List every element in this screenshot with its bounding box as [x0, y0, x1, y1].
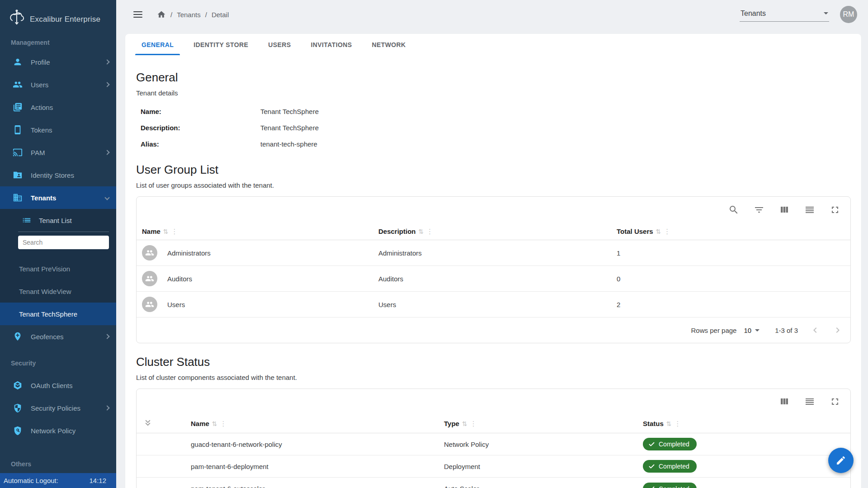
tab-identity-store[interactable]: IDENTITY STORE: [184, 34, 258, 55]
logout-timer: 14:12: [89, 477, 106, 484]
user-group-list-title: User Group List: [136, 163, 851, 177]
chevron-right-icon: [104, 82, 109, 87]
sidebar-item-tokens[interactable]: Tokens: [0, 118, 116, 141]
sidebar-item-network-policy[interactable]: Network Policy: [0, 419, 116, 442]
field-alias: Alias: tenant-tech-sphere: [136, 136, 851, 152]
column-menu-icon[interactable]: ⋮: [470, 420, 477, 428]
expand-all-icon[interactable]: [143, 418, 153, 429]
home-icon[interactable]: [157, 10, 166, 19]
chevron-down-icon: [104, 195, 109, 200]
app-logo: Excalibur Enterprise: [0, 0, 116, 39]
tenant-search-input[interactable]: [18, 236, 109, 249]
sort-icon[interactable]: ⇅: [212, 420, 217, 427]
context-select[interactable]: Tenants: [740, 8, 829, 22]
sort-icon[interactable]: ⇅: [419, 228, 424, 235]
section-header-others: Others: [0, 460, 116, 468]
fullscreen-icon[interactable]: [830, 204, 840, 215]
sidebar-item-profile[interactable]: Profile: [0, 51, 116, 73]
table-row[interactable]: pam-tenant-6-autoscaler Auto Scaler Comp…: [137, 478, 850, 488]
column-menu-icon[interactable]: ⋮: [220, 420, 227, 428]
automatic-logout-bar: Automatic Logout: 14:12: [0, 473, 116, 488]
sort-icon[interactable]: ⇅: [656, 228, 661, 235]
screen-share-icon: [13, 147, 23, 157]
geofence-pin-icon: [13, 332, 23, 341]
tenant-item-wideview[interactable]: Tenant WideView: [0, 280, 116, 303]
people-icon: [13, 80, 23, 90]
policy-shield-search-icon: [13, 426, 23, 436]
columns-icon[interactable]: [779, 396, 790, 407]
cluster-status-subtitle: List of cluster components associated wi…: [136, 374, 851, 381]
cloud-sword-logo-icon: [8, 9, 25, 29]
tab-users[interactable]: USERS: [258, 34, 301, 55]
sort-icon[interactable]: ⇅: [666, 420, 672, 427]
group-avatar-icon: [142, 297, 157, 312]
column-menu-icon[interactable]: ⋮: [171, 227, 178, 236]
group-avatar-icon: [142, 271, 157, 286]
sidebar-item-identity-stores[interactable]: Identity Stores: [0, 164, 116, 186]
folder-person-icon: [13, 170, 23, 180]
menu-icon[interactable]: [133, 11, 142, 18]
density-icon[interactable]: [804, 204, 815, 215]
user-group-list-subtitle: List of user groups associated with the …: [136, 181, 851, 189]
status-badge: Completed: [643, 438, 697, 450]
sidebar-item-tenant-list[interactable]: Tenant List: [0, 209, 116, 232]
tab-network[interactable]: NETWORK: [362, 34, 415, 55]
rows-per-page-select[interactable]: 10: [744, 327, 760, 334]
edit-fab-button[interactable]: [828, 448, 854, 473]
filter-icon[interactable]: [754, 204, 764, 215]
column-menu-icon[interactable]: ⋮: [664, 227, 670, 236]
column-header-name[interactable]: Name ⇅ ⋮: [137, 227, 378, 236]
general-subtitle: Tenant details: [136, 89, 851, 97]
density-icon[interactable]: [804, 396, 815, 407]
sidebar-item-security-policies[interactable]: Security Policies: [0, 397, 116, 419]
table-row[interactable]: pam-tenant-6-deployment Deployment Compl…: [137, 455, 850, 478]
tab-bar: GENERAL IDENTITY STORE USERS INVITATIONS…: [125, 34, 861, 55]
sidebar-item-users[interactable]: Users: [0, 73, 116, 96]
column-menu-icon[interactable]: ⋮: [426, 227, 433, 236]
tab-general[interactable]: GENERAL: [132, 34, 184, 55]
columns-icon[interactable]: [779, 204, 790, 215]
chevron-right-icon: [104, 334, 109, 339]
sidebar-item-tenants[interactable]: Tenants: [0, 186, 116, 209]
breadcrumb-tenants[interactable]: Tenants: [177, 11, 201, 19]
tenant-item-techsphere[interactable]: Tenant TechSphere: [0, 303, 116, 325]
column-header-type[interactable]: Type ⇅ ⋮: [444, 420, 643, 428]
table-pagination: Rows per page 10 1-3 of 3: [137, 317, 850, 343]
logout-label: Automatic Logout:: [4, 477, 58, 484]
next-page-icon[interactable]: [832, 325, 843, 336]
tab-invitations[interactable]: INVITATIONS: [301, 34, 362, 55]
sort-icon[interactable]: ⇅: [462, 420, 467, 427]
column-header-total-users[interactable]: Total Users ⇅ ⋮: [617, 227, 850, 236]
chevron-right-icon: [104, 59, 109, 64]
pagination-range: 1-3 of 3: [775, 327, 798, 334]
table-row[interactable]: Users Users 2: [137, 292, 850, 317]
column-header-status[interactable]: Status ⇅ ⋮: [643, 420, 850, 428]
tenants-submenu: Tenant List Tenant PreVision Tenant Wide…: [0, 209, 116, 325]
table-row[interactable]: Auditors Auditors 0: [137, 266, 850, 292]
table-row[interactable]: guacd-tenant-6-network-policy Network Po…: [137, 433, 850, 455]
breadcrumb: / Tenants / Detail: [157, 10, 229, 19]
cluster-status-table: Name ⇅ ⋮ Type ⇅ ⋮ Status ⇅ ⋮: [136, 389, 851, 488]
search-icon[interactable]: [728, 204, 739, 215]
group-avatar-icon: [142, 245, 157, 261]
previous-page-icon[interactable]: [810, 325, 821, 336]
shield-icon: [13, 403, 23, 413]
oauth-cube-icon: [13, 380, 23, 390]
fullscreen-icon[interactable]: [830, 396, 840, 407]
tenant-item-prevision[interactable]: Tenant PreVision: [0, 257, 116, 280]
sidebar-item-geofences[interactable]: Geofences: [0, 325, 116, 348]
sort-icon[interactable]: ⇅: [163, 228, 169, 235]
tenant-details: Name: Tenant TechSphere Description: Ten…: [136, 103, 851, 152]
column-header-description[interactable]: Description ⇅ ⋮: [378, 227, 617, 236]
list-icon: [22, 215, 32, 225]
section-header-management: Management: [0, 39, 116, 46]
table-row[interactable]: Administrators Administrators 1: [137, 240, 850, 266]
app-title: Excalibur Enterprise: [30, 15, 100, 24]
sidebar-item-actions[interactable]: Actions: [0, 96, 116, 118]
column-menu-icon[interactable]: ⋮: [675, 420, 681, 428]
sidebar-item-pam[interactable]: PAM: [0, 141, 116, 164]
user-avatar[interactable]: RM: [840, 6, 857, 23]
sidebar-item-oauth-clients[interactable]: OAuth Clients: [0, 374, 116, 397]
chevron-right-icon: [104, 405, 109, 410]
column-header-name[interactable]: Name ⇅ ⋮: [191, 420, 444, 428]
